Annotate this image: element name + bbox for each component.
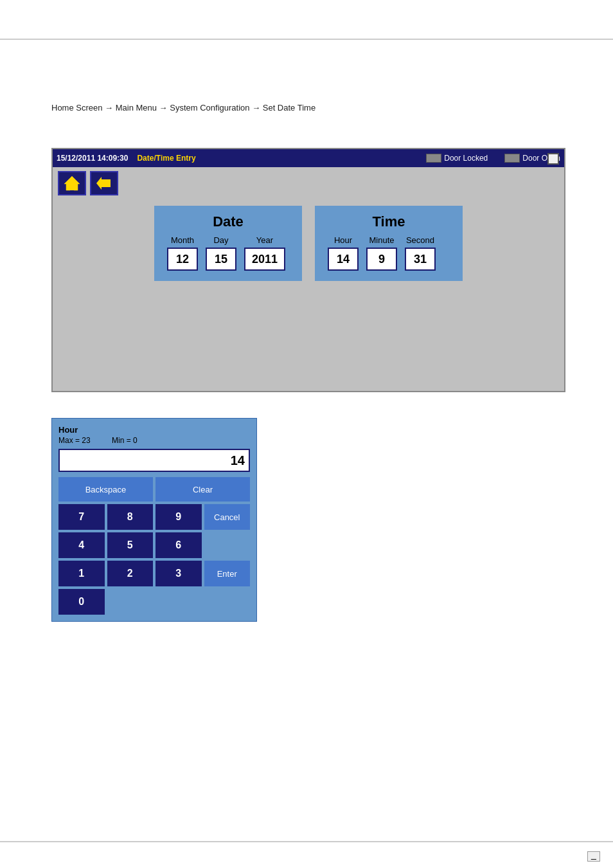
breadcrumb: Home Screen → Main Menu → System Configu… — [51, 103, 315, 113]
month-field: Month 12 — [167, 235, 198, 271]
second-field: Second 31 — [405, 235, 436, 271]
minute-label: Minute — [369, 235, 394, 245]
digit-8-button[interactable]: 8 — [107, 504, 154, 530]
date-panel-title: Date — [167, 213, 289, 230]
numpad-min: Min = 0 — [112, 436, 138, 445]
year-value[interactable]: 2011 — [244, 248, 285, 271]
home-icon — [63, 174, 81, 192]
digit-5-button[interactable]: 5 — [107, 532, 154, 558]
time-fields: Hour 14 Minute 9 Second 31 — [328, 235, 450, 271]
door-locked-label: Door Locked — [444, 154, 488, 163]
hour-value[interactable]: 14 — [328, 248, 359, 271]
month-value[interactable]: 12 — [167, 248, 198, 271]
digit-6-button[interactable]: 6 — [155, 532, 202, 558]
enter-button[interactable]: Enter — [204, 561, 251, 586]
year-field: Year 2011 — [244, 235, 285, 271]
svg-marker-2 — [96, 177, 111, 190]
day-field: Day 15 — [206, 235, 236, 271]
door-locked-box — [426, 154, 441, 163]
door-open-box — [504, 154, 520, 163]
hour-label: Hour — [334, 235, 352, 245]
numpad-grid: 7 8 9 Cancel 4 5 6 1 2 3 Enter 0 — [58, 504, 250, 615]
minute-field: Minute 9 — [366, 235, 397, 271]
month-label: Month — [171, 235, 194, 245]
home-button[interactable] — [58, 171, 86, 195]
digit-9-button[interactable]: 9 — [155, 504, 202, 530]
backspace-button[interactable]: Backspace — [58, 477, 153, 502]
date-fields: Month 12 Day 15 Year 2011 — [167, 235, 289, 271]
time-panel-title: Time — [328, 213, 450, 230]
back-button[interactable] — [90, 171, 118, 195]
numpad-current-value: 14 — [231, 453, 245, 468]
header-section: Date/Time Entry — [137, 154, 195, 163]
clear-button[interactable]: Clear — [155, 477, 250, 502]
numpad-field-label: Hour — [58, 425, 250, 435]
numpad-section: Hour Max = 23 Min = 0 14 Backspace Clear… — [51, 418, 257, 622]
minute-value[interactable]: 9 — [366, 248, 397, 271]
digit-7-button[interactable]: 7 — [58, 504, 105, 530]
digit-4-button[interactable]: 4 — [58, 532, 105, 558]
main-panel: 15/12/2011 14:09:30 Date/Time Entry Door… — [51, 148, 565, 392]
year-label: Year — [256, 235, 273, 245]
svg-rect-1 — [70, 186, 74, 190]
top-right-checkbox[interactable] — [547, 153, 559, 165]
numpad-display: 14 — [58, 449, 250, 472]
numpad-constraints: Max = 23 Min = 0 — [58, 436, 250, 445]
numpad-max: Max = 23 — [58, 436, 91, 445]
day-label: Day — [213, 235, 228, 245]
content-area: Date Month 12 Day 15 Year 2011 Time — [53, 199, 564, 287]
nav-row — [53, 167, 564, 199]
minimize-label: _ — [591, 849, 596, 860]
cancel-button[interactable]: Cancel — [204, 504, 251, 530]
second-value[interactable]: 31 — [405, 248, 436, 271]
date-panel: Date Month 12 Day 15 Year 2011 — [154, 206, 302, 281]
digit-0-button[interactable]: 0 — [58, 589, 105, 615]
door-locked-indicator: Door Locked — [426, 154, 488, 163]
header-datetime: 15/12/2011 14:09:30 — [57, 154, 128, 163]
second-label: Second — [406, 235, 434, 245]
digit-3-button[interactable]: 3 — [155, 561, 202, 586]
bottom-border — [0, 841, 613, 842]
top-border — [0, 39, 613, 40]
time-panel: Time Hour 14 Minute 9 Second 31 — [315, 206, 463, 281]
back-arrow-icon — [95, 174, 113, 192]
numpad-util-row: Backspace Clear — [58, 477, 250, 502]
digit-2-button[interactable]: 2 — [107, 561, 154, 586]
header-bar: 15/12/2011 14:09:30 Date/Time Entry Door… — [53, 149, 564, 167]
digit-1-button[interactable]: 1 — [58, 561, 105, 586]
day-value[interactable]: 15 — [206, 248, 236, 271]
minimize-button[interactable]: _ — [587, 851, 600, 862]
hour-field: Hour 14 — [328, 235, 359, 271]
